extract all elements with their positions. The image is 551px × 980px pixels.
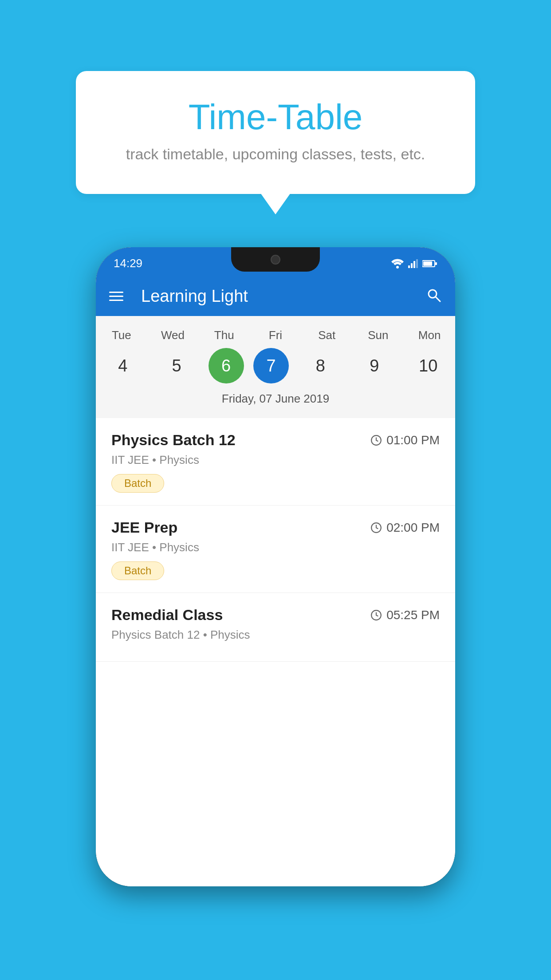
svg-rect-6 <box>423 261 432 266</box>
schedule-item-1-subtitle: IIT JEE • Physics <box>111 453 440 467</box>
date-10[interactable]: 10 <box>406 346 450 386</box>
status-icons <box>391 259 437 269</box>
day-wed: Wed <box>151 325 195 346</box>
svg-point-0 <box>396 266 399 269</box>
schedule-item-3-time: 05:25 PM <box>370 608 440 622</box>
signal-icon <box>408 259 418 268</box>
day-sat: Sat <box>305 325 349 346</box>
day-fri: Fri <box>253 325 298 346</box>
clock-icon-3 <box>370 609 382 621</box>
date-7-selected[interactable]: 7 <box>253 348 289 383</box>
schedule-item-3[interactable]: Remedial Class 05:25 PM Physics Batch 12… <box>96 593 455 662</box>
notch <box>231 247 320 272</box>
phone-screen: 14:29 <box>96 247 455 886</box>
schedule-item-2-subtitle: IIT JEE • Physics <box>111 541 440 554</box>
clock-icon-2 <box>370 522 382 533</box>
schedule-item-3-subtitle: Physics Batch 12 • Physics <box>111 628 440 642</box>
phone-frame: 14:29 <box>96 247 455 886</box>
schedule-item-2-time-text: 02:00 PM <box>386 521 440 535</box>
schedule-item-2-title: JEE Prep <box>111 519 177 536</box>
schedule-item-1-time-text: 01:00 PM <box>386 433 440 447</box>
phone-mockup: 14:29 <box>96 247 455 886</box>
date-9[interactable]: 9 <box>352 346 397 386</box>
schedule-item-1[interactable]: Physics Batch 12 01:00 PM IIT JEE • Phys… <box>96 418 455 506</box>
schedule-item-1-tag: Batch <box>111 474 164 493</box>
status-time: 14:29 <box>114 257 142 270</box>
date-5[interactable]: 5 <box>154 346 199 386</box>
date-row: 4 5 6 7 8 9 10 <box>96 346 455 386</box>
date-4[interactable]: 4 <box>101 346 145 386</box>
day-row: Tue Wed Thu Fri Sat Sun Mon <box>96 325 455 346</box>
tooltip-subtitle: track timetable, upcoming classes, tests… <box>111 146 440 163</box>
tooltip-card: Time-Table track timetable, upcoming cla… <box>76 71 475 194</box>
day-thu: Thu <box>202 325 246 346</box>
hamburger-menu-icon[interactable] <box>109 292 123 301</box>
tooltip-title: Time-Table <box>111 98 440 137</box>
svg-rect-2 <box>411 263 413 268</box>
schedule-list: Physics Batch 12 01:00 PM IIT JEE • Phys… <box>96 418 455 886</box>
svg-rect-4 <box>416 259 418 268</box>
camera <box>271 255 280 265</box>
schedule-item-2-time: 02:00 PM <box>370 521 440 535</box>
calendar-strip: Tue Wed Thu Fri Sat Sun Mon 4 5 6 7 8 9 … <box>96 316 455 418</box>
selected-date-label: Friday, 07 June 2019 <box>96 386 455 414</box>
battery-icon <box>422 260 437 268</box>
schedule-item-2-tag: Batch <box>111 561 164 580</box>
wifi-icon <box>391 259 404 269</box>
day-mon: Mon <box>407 325 452 346</box>
svg-rect-7 <box>435 262 437 265</box>
schedule-item-3-time-text: 05:25 PM <box>386 608 440 622</box>
app-title: Learning Light <box>141 287 413 306</box>
schedule-item-1-time: 01:00 PM <box>370 433 440 447</box>
day-sun: Sun <box>356 325 400 346</box>
svg-rect-1 <box>408 265 410 268</box>
svg-rect-3 <box>413 261 415 268</box>
schedule-item-1-title: Physics Batch 12 <box>111 431 236 449</box>
schedule-item-2[interactable]: JEE Prep 02:00 PM IIT JEE • Physics Batc… <box>96 506 455 593</box>
search-icon[interactable] <box>426 287 442 305</box>
day-tue: Tue <box>99 325 144 346</box>
app-bar: Learning Light <box>96 276 455 316</box>
date-6-today[interactable]: 6 <box>209 348 244 383</box>
clock-icon-1 <box>370 435 382 446</box>
schedule-item-3-header: Remedial Class 05:25 PM <box>111 606 440 624</box>
schedule-item-3-title: Remedial Class <box>111 606 223 624</box>
schedule-item-1-header: Physics Batch 12 01:00 PM <box>111 431 440 449</box>
schedule-item-2-header: JEE Prep 02:00 PM <box>111 519 440 536</box>
date-8[interactable]: 8 <box>298 346 342 386</box>
svg-line-9 <box>436 297 440 301</box>
